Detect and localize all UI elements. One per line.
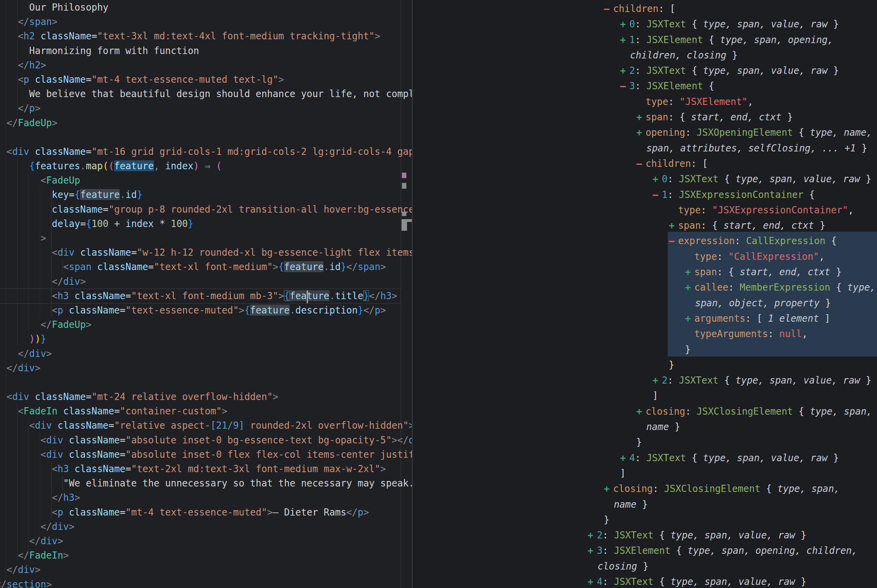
code-line[interactable]: <h3 className="text-2xl md:text-3xl font… — [0, 462, 412, 476]
code-line[interactable] — [0, 375, 412, 389]
expand-icon[interactable]: + — [685, 264, 691, 280]
code-line[interactable]: <div className="mt-16 grid grid-cols-1 m… — [0, 144, 412, 159]
ast-row[interactable]: +span: { start, end, ctxt } — [413, 264, 877, 280]
ast-row[interactable]: +0: JSXText { type, span, value, raw } — [413, 171, 877, 187]
collapse-icon[interactable]: – — [669, 233, 675, 249]
ast-row[interactable]: +2: JSXText { type, span, value, raw } — [413, 528, 877, 543]
ast-row[interactable]: ] — [413, 466, 877, 481]
code-line[interactable]: </div> — [0, 274, 412, 288]
code-line[interactable]: <span className="text-xl font-medium">{f… — [0, 260, 412, 274]
ast-row[interactable]: –3: JSXElement { — [413, 78, 877, 94]
expand-icon[interactable]: + — [588, 574, 593, 588]
expand-icon[interactable]: + — [653, 171, 658, 187]
ast-row[interactable]: span, attributes, selfClosing, ... +1 } — [413, 141, 877, 156]
code-line[interactable]: <div className="relative aspect-[21/9] r… — [0, 418, 412, 432]
ast-row[interactable]: ] — [413, 388, 877, 404]
ast-row[interactable]: +3: JSXElement { type, span, opening, ch… — [413, 543, 877, 558]
collapse-icon[interactable]: – — [637, 156, 642, 171]
code-line[interactable]: <div className="absolute inset-0 bg-esse… — [0, 433, 412, 447]
code-line[interactable]: ))} — [0, 332, 412, 346]
ast-row[interactable]: type: "JSXExpressionContainer", — [413, 202, 877, 218]
expand-icon[interactable]: + — [588, 528, 593, 543]
expand-icon[interactable]: + — [669, 218, 675, 233]
overview-ruler[interactable] — [401, 0, 401, 588]
expand-icon[interactable]: + — [620, 63, 626, 78]
code-line[interactable]: </h3> — [0, 490, 412, 505]
code-line[interactable]: {features.map((feature, index) ⇒ ( — [0, 159, 412, 173]
expand-icon[interactable]: + — [604, 481, 610, 496]
expand-icon[interactable]: + — [588, 543, 593, 558]
expand-icon[interactable]: + — [620, 16, 626, 32]
ast-row[interactable]: +4: JSXText { type, span, value, raw } — [413, 450, 877, 466]
code-line[interactable]: </FadeUp> — [0, 317, 412, 332]
code-line[interactable]: <h3 className="text-xl font-medium mb-3"… — [0, 288, 412, 303]
expand-icon[interactable]: + — [685, 311, 691, 326]
code-line[interactable]: </section> — [0, 577, 412, 588]
code-line[interactable]: </div> — [0, 534, 412, 548]
ast-row[interactable]: typeArguments: null, — [413, 326, 877, 342]
code-line[interactable] — [0, 130, 412, 144]
expand-icon[interactable]: + — [637, 125, 642, 140]
ast-row[interactable]: } — [413, 435, 877, 450]
ast-row[interactable]: +2: JSXText { type, span, value, raw } — [413, 373, 877, 388]
code-line[interactable]: key={feature.id} — [0, 188, 412, 202]
ast-row[interactable]: +arguments: [ 1 element ] — [413, 311, 877, 326]
expand-icon[interactable]: + — [653, 373, 658, 388]
code-line[interactable]: delay={100 + index * 100} — [0, 216, 412, 231]
expand-icon[interactable]: + — [620, 450, 626, 466]
ast-row[interactable]: } — [413, 512, 877, 528]
collapse-icon[interactable]: – — [653, 187, 658, 202]
expand-icon[interactable]: + — [685, 280, 691, 295]
code-line[interactable]: <p className="mt-4 text-essence-muted te… — [0, 72, 412, 87]
ast-row[interactable]: +1: JSXElement { type, span, opening, — [413, 32, 877, 48]
ast-row[interactable]: –expression: CallExpression { — [413, 233, 877, 249]
ast-row[interactable]: +span: { start, end, ctxt } — [413, 110, 877, 125]
ast-row[interactable]: name } — [413, 419, 877, 435]
ast-row[interactable]: –1: JSXExpressionContainer { — [413, 187, 877, 202]
code-line[interactable]: > — [0, 231, 412, 245]
code-line[interactable]: "We eliminate the unnecessary so that th… — [0, 476, 412, 490]
ast-row[interactable]: type: "JSXElement", — [413, 94, 877, 110]
ast-row[interactable]: +4: JSXText { type, span, value, raw } — [413, 574, 877, 588]
code-line[interactable]: </div> — [0, 519, 412, 534]
ast-row[interactable]: closing } — [413, 559, 877, 574]
collapse-icon[interactable]: – — [620, 78, 626, 94]
ast-row[interactable]: +opening: JSXOpeningElement { type, name… — [413, 125, 877, 140]
code-line[interactable]: </p> — [0, 101, 412, 115]
ast-row[interactable]: +span: { start, end, ctxt } — [413, 218, 877, 233]
code-line[interactable]: Harmonizing form with function — [0, 44, 412, 58]
expand-icon[interactable]: + — [637, 110, 642, 125]
code-line[interactable]: </h2> — [0, 58, 412, 72]
code-line[interactable]: </div> — [0, 346, 412, 361]
code-line[interactable]: <FadeIn className="container-custom"> — [0, 404, 412, 418]
expand-icon[interactable]: + — [637, 404, 642, 419]
ast-row[interactable]: +closing: JSXClosingElement { type, span… — [413, 481, 877, 496]
code-line[interactable]: </span> — [0, 14, 412, 29]
ast-tree-pane[interactable]: –children: [+0: JSXText { type, span, va… — [413, 0, 877, 588]
ast-row[interactable]: } — [413, 357, 877, 373]
code-line[interactable]: <FadeUp — [0, 173, 412, 188]
code-line[interactable]: <div className="mt-24 relative overflow-… — [0, 389, 412, 404]
code-line[interactable]: </FadeUp> — [0, 116, 412, 130]
expand-icon[interactable]: + — [620, 32, 626, 48]
collapse-icon[interactable]: – — [604, 1, 610, 16]
ast-row[interactable]: +closing: JSXClosingElement { type, span… — [413, 404, 877, 419]
code-line[interactable]: <div className="w-12 h-12 rounded-xl bg-… — [0, 245, 412, 260]
code-line[interactable]: Our Philosophy — [0, 0, 412, 14]
ast-row[interactable]: +0: JSXText { type, span, value, raw } — [413, 16, 877, 32]
ast-row[interactable]: children, closing } — [413, 48, 877, 63]
code-editor-pane[interactable]: Our Philosophy </span> <h2 className="te… — [0, 0, 412, 588]
code-line[interactable]: className="group p-8 rounded-2xl transit… — [0, 202, 412, 216]
code-line[interactable]: We believe that beautiful design should … — [0, 87, 412, 101]
code-line[interactable]: </div> — [0, 562, 412, 577]
ast-row[interactable]: +callee: MemberExpression { type, — [413, 280, 877, 295]
code-line[interactable]: </FadeIn> — [0, 548, 412, 562]
ast-row[interactable]: +2: JSXText { type, span, value, raw } — [413, 63, 877, 78]
code-line[interactable]: <div className="absolute inset-0 flex fl… — [0, 447, 412, 462]
ast-row[interactable]: –children: [ — [413, 1, 877, 16]
ast-row[interactable]: –children: [ — [413, 156, 877, 171]
ast-row[interactable]: type: "CallExpression", — [413, 249, 877, 264]
code-line[interactable]: <p className="text-essence-muted">{featu… — [0, 303, 412, 317]
code-line[interactable]: </div> — [0, 361, 412, 375]
code-line[interactable]: <h2 className="text-3xl md:text-4xl font… — [0, 29, 412, 43]
